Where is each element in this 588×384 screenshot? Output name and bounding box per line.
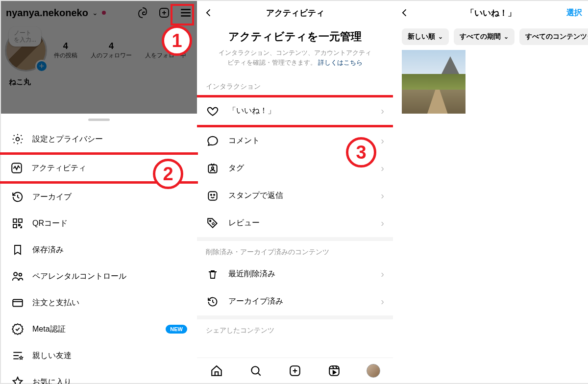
menu-label: Meta認証 <box>32 324 66 335</box>
row-label: アーカイブ済み <box>228 296 283 307</box>
annotation-2: 2 <box>153 159 183 189</box>
row-recently-deleted[interactable]: 最近削除済み › <box>197 261 393 288</box>
svg-point-24 <box>251 366 259 374</box>
tab-reels-icon[interactable] <box>327 363 342 378</box>
chevron-right-icon: › <box>381 105 384 117</box>
qr-icon <box>11 216 24 230</box>
heart-icon <box>206 104 220 118</box>
activity-header: アクティビティ <box>197 1 393 24</box>
menu-saved[interactable]: 保存済み <box>1 237 197 263</box>
bookmark-icon <box>11 243 24 257</box>
menu-label: 注文と支払い <box>32 298 79 308</box>
sheet-grabber[interactable] <box>88 119 110 121</box>
comment-icon <box>206 134 220 148</box>
svg-point-11 <box>14 272 17 276</box>
chip-content-type[interactable]: すべてのコンテンツタイプ <box>519 28 588 45</box>
hero-title: アクティビティを一元管理 <box>217 29 373 44</box>
svg-point-12 <box>19 273 22 276</box>
annotation-3: 3 <box>346 137 376 168</box>
annotation-box-1 <box>171 4 194 25</box>
panel-activity: アクティビティ アクティビティを一元管理 インタラクション、コンテンツ、アカウン… <box>197 1 393 383</box>
menu-favorites[interactable]: お気に入り <box>1 369 197 384</box>
svg-rect-13 <box>13 300 23 307</box>
row-review[interactable]: レビュー › <box>197 210 393 237</box>
star-icon <box>11 375 24 384</box>
row-label: 「いいね！」 <box>228 106 275 116</box>
svg-point-23 <box>210 220 211 222</box>
svg-point-21 <box>211 194 212 195</box>
chevron-right-icon: › <box>381 217 384 229</box>
section-interactions-label: インタラクション <box>197 75 393 95</box>
svg-line-25 <box>258 373 261 375</box>
sticker-icon <box>206 189 220 203</box>
archive-clock-icon <box>206 295 220 309</box>
section-divider <box>197 315 393 319</box>
chip-label: すべての期間 <box>460 32 501 41</box>
gear-icon <box>11 132 24 146</box>
select-button[interactable]: 選択 <box>566 8 582 18</box>
chevron-right-icon: › <box>381 190 384 201</box>
svg-rect-10 <box>13 224 17 228</box>
tab-search-icon[interactable] <box>248 363 263 378</box>
chevron-down-icon: ⌄ <box>438 33 443 40</box>
bottom-tab-bar <box>197 358 393 383</box>
liked-post-thumbnail[interactable] <box>402 50 466 114</box>
svg-rect-29 <box>329 366 339 376</box>
chip-label: 新しい順 <box>408 32 435 41</box>
svg-point-6 <box>16 138 20 141</box>
back-icon[interactable] <box>204 8 214 18</box>
filter-chips: 新しい順 ⌄ すべての期間 ⌄ すべてのコンテンツタイプ <box>393 24 588 50</box>
section-deleted-label: 削除済み・アーカイブ済みのコンテンツ <box>197 241 393 261</box>
menu-label: 設定とプライバシー <box>32 134 103 144</box>
review-tag-icon <box>206 216 220 230</box>
row-label: スタンプで返信 <box>228 191 283 201</box>
menu-meta-verified[interactable]: Meta認証 NEW <box>1 316 197 342</box>
menu-close-friends[interactable]: 親しい友達 <box>1 342 197 369</box>
svg-rect-8 <box>13 219 17 222</box>
svg-rect-9 <box>19 219 22 222</box>
tab-home-icon[interactable] <box>209 363 224 378</box>
activity-hero: アクティビティを一元管理 インタラクション、コンテンツ、アカウントアクティビティ… <box>197 24 393 75</box>
menu-label: お気に入り <box>32 377 72 384</box>
chip-label: すべてのコンテンツタイプ <box>525 32 588 41</box>
archive-icon <box>11 190 24 204</box>
menu-label: ペアレンタルコントロール <box>32 271 126 282</box>
row-sticker-reply[interactable]: スタンプで返信 › <box>197 182 393 210</box>
header-title: アクティビティ <box>266 7 324 19</box>
menu-parental[interactable]: ペアレンタルコントロール <box>1 263 197 289</box>
tab-create-icon[interactable] <box>288 363 302 378</box>
header-title: 「いいね！」 <box>466 7 516 19</box>
chip-sort[interactable]: 新しい順 ⌄ <box>402 28 449 45</box>
chevron-right-icon: › <box>381 163 384 174</box>
row-label: レビュー <box>228 218 260 228</box>
row-label: 最近削除済み <box>228 269 275 279</box>
annotation-1: 1 <box>162 25 192 56</box>
section-divider <box>197 237 393 241</box>
panel-profile: nyanya.nekoneko ⌄ ノート を入力... <box>1 1 197 383</box>
row-archived[interactable]: アーカイブ済み › <box>197 288 393 315</box>
activity-icon <box>10 161 24 175</box>
likes-header: 「いいね！」 選択 <box>393 1 588 24</box>
menu-orders[interactable]: 注文と支払い <box>1 289 197 316</box>
menu-label: 親しい友達 <box>32 351 72 361</box>
menu-qrcode[interactable]: QRコード <box>1 210 197 237</box>
list-star-icon <box>11 349 24 362</box>
chevron-right-icon: › <box>381 135 384 146</box>
svg-point-22 <box>214 194 215 195</box>
menu-settings[interactable]: 設定とプライバシー <box>1 126 197 152</box>
section-shared-label: シェアしたコンテンツ <box>197 319 393 344</box>
menu-label: アーカイブ <box>32 192 72 202</box>
tab-profile-icon[interactable] <box>366 363 381 378</box>
chevron-right-icon: › <box>381 268 384 280</box>
bottom-sheet-menu: 設定とプライバシー アクティビティ アーカイブ QRコード 保存済み ペアレンタ <box>1 114 197 383</box>
row-likes[interactable]: 「いいね！」 › <box>197 95 393 127</box>
back-icon[interactable] <box>400 8 410 18</box>
svg-rect-20 <box>208 192 217 200</box>
dim-overlay <box>1 1 197 114</box>
chip-period[interactable]: すべての期間 ⌄ <box>454 28 514 45</box>
menu-label: 保存済み <box>32 245 64 255</box>
svg-point-19 <box>212 167 214 168</box>
hero-link[interactable]: 詳しくはこちら <box>318 59 363 66</box>
tag-person-icon <box>206 162 220 175</box>
menu-label: QRコード <box>32 218 68 229</box>
